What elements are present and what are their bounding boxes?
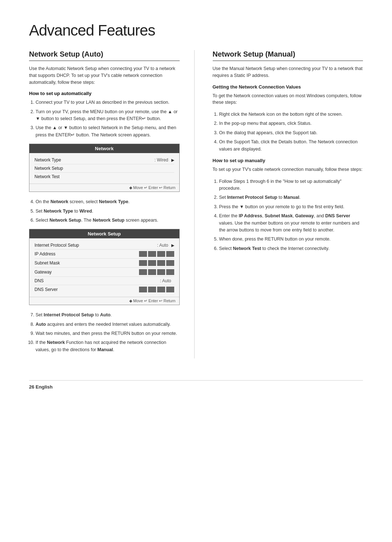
left-column: Network Setup (Auto) Use the Automatic N… <box>29 50 195 358</box>
list-item: If the Network Function has not acquired… <box>36 339 180 353</box>
footer-bar: 26 English <box>29 380 363 390</box>
list-item: Wait two minutes, and then press the RET… <box>36 330 180 337</box>
page-title: Advanced Features <box>29 22 363 39</box>
network-setup-row: Internet Protocol Setup : Auto ▶ <box>34 241 174 250</box>
list-item: Enter the IP Address, Subnet Mask, Gatew… <box>219 213 363 234</box>
list-item: Follow Steps 1 through 6 in the "How to … <box>219 178 363 192</box>
list-item: Connect your TV to your LAN as described… <box>36 99 180 106</box>
list-item: Set Internet Protocol Setup to Manual. <box>219 194 363 201</box>
manual-steps-list: Follow Steps 1 through 6 in the "How to … <box>213 178 363 252</box>
network-row: Network Setup <box>34 164 174 173</box>
list-item: When done, press the RETURN button on yo… <box>219 236 363 243</box>
how-manual-intro: To set up your TV's cable network connec… <box>213 166 363 173</box>
network-setup-row: DNS : Auto <box>34 277 174 285</box>
network-setup-box-body: Internet Protocol Setup : Auto ▶ IP Addr… <box>29 238 179 297</box>
list-item: On the Support Tab, click the Details bu… <box>219 139 363 153</box>
how-manual-title: How to set up manually <box>213 158 363 163</box>
list-item: Use the ▲ or ▼ button to select Network … <box>36 124 180 139</box>
network-box-header: Network <box>29 144 179 153</box>
network-setup-row: DNS Server <box>34 285 174 294</box>
right-intro: Use the Manual Network Setup when connec… <box>213 65 363 79</box>
left-section-title: Network Setup (Auto) <box>29 50 180 61</box>
list-item: On the Network screen, select Network Ty… <box>36 198 180 205</box>
list-item: Set Network Type to Wired. <box>36 208 180 215</box>
list-item: Select Network Setup. The Network Setup … <box>36 217 180 224</box>
right-section-title: Network Setup (Manual) <box>213 50 363 61</box>
language-label-text: English <box>36 384 53 390</box>
getting-network-title: Getting the Network Connection Values <box>213 84 363 90</box>
network-row: Network Type : Wired ▶ <box>34 156 174 164</box>
left-intro: Use the Automatic Network Setup when con… <box>29 65 180 86</box>
page-number: 26 <box>29 384 34 390</box>
network-box-body: Network Type : Wired ▶ Network Setup Net… <box>29 153 179 184</box>
network-setup-row: Subnet Mask <box>34 259 174 268</box>
list-item: Turn on your TV, press the MENU button o… <box>36 108 180 123</box>
list-item: Set Internet Protocol Setup to Auto. <box>36 312 180 319</box>
list-item: In the pop-up menu that appears, click S… <box>219 120 363 127</box>
list-item: Right click the Network icon on the bott… <box>219 111 363 118</box>
auto-steps-list-2: On the Network screen, select Network Ty… <box>29 198 180 224</box>
network-box: Network Network Type : Wired ▶ Network S… <box>29 144 180 192</box>
network-setup-box-header: Network Setup <box>29 229 179 238</box>
auto-setup-subtitle: How to set up automatically <box>29 91 180 96</box>
auto-steps-list: Connect your TV to your LAN as described… <box>29 99 180 139</box>
network-box-footer: ◆ Move ↵ Enter ↩ Return <box>29 184 179 192</box>
list-item: Auto acquires and enters the needed Inte… <box>36 321 180 328</box>
list-item: On the dialog that appears, click the Su… <box>219 130 363 136</box>
auto-steps-list-3: Set Internet Protocol Setup to Auto. Aut… <box>29 312 180 353</box>
list-item: Select Network Test to check the Interne… <box>219 245 363 252</box>
network-setup-box: Network Setup Internet Protocol Setup : … <box>29 229 180 305</box>
network-row: Network Test <box>34 173 174 181</box>
network-setup-row: Gateway <box>34 268 174 277</box>
getting-steps-list: Right click the Network icon on the bott… <box>213 111 363 153</box>
network-setup-box-footer: ◆ Move ↵ Enter ↩ Return <box>29 297 179 305</box>
getting-intro: To get the Network connection values on … <box>213 93 363 106</box>
network-setup-row: IP Address <box>34 250 174 259</box>
right-column: Network Setup (Manual) Use the Manual Ne… <box>209 50 363 358</box>
list-item: Press the ▼ button on your remote to go … <box>219 204 363 210</box>
